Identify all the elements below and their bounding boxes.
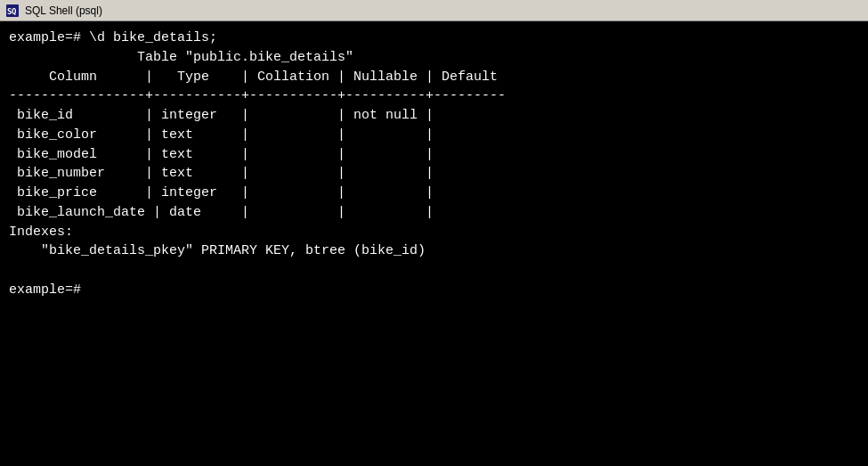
svg-text:Q: Q <box>12 7 17 16</box>
terminal[interactable]: example=# \d bike_details; Table "public… <box>0 21 868 466</box>
terminal-output: example=# \d bike_details; Table "public… <box>9 29 859 300</box>
title-bar: S Q SQL Shell (psql) <box>0 0 868 21</box>
title-bar-text: SQL Shell (psql) <box>25 4 863 17</box>
sql-shell-icon: S Q <box>5 4 20 18</box>
